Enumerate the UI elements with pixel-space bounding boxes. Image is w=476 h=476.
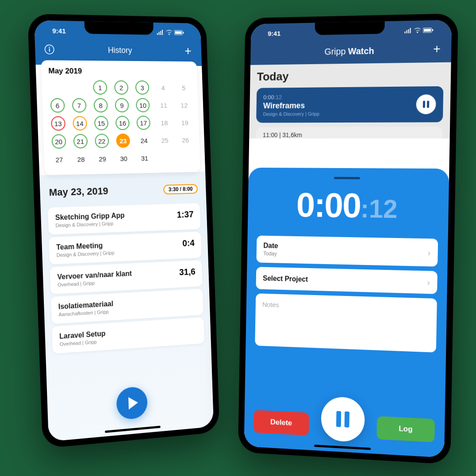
calendar: May 2019 1234567891011121314151617181920…	[41, 60, 200, 175]
selected-date: May 23, 2019	[49, 185, 108, 199]
phone-history: 9:41 History + May 2019 1234567891011121…	[27, 14, 219, 449]
add-button[interactable]: +	[430, 42, 444, 56]
calendar-day[interactable]: 13	[51, 116, 65, 131]
progress-pill: 3:30 / 8:00	[163, 184, 198, 195]
entry-sub: Design & Discovery | Gripp	[55, 220, 125, 228]
today-heading: Today	[257, 68, 444, 84]
status-indicators	[404, 27, 434, 33]
calendar-day	[179, 150, 193, 165]
calendar-day[interactable]: 6	[50, 98, 65, 113]
calendar-day[interactable]: 4	[156, 81, 170, 95]
header-title: History	[108, 46, 132, 55]
calendar-day[interactable]: 25	[158, 133, 172, 147]
entry-value: 0:4	[182, 238, 195, 249]
status-indicators	[157, 30, 184, 35]
calendar-day[interactable]: 18	[157, 115, 171, 130]
add-button[interactable]: +	[181, 44, 195, 58]
calendar-day[interactable]: 23	[116, 134, 130, 148]
calendar-day[interactable]: 11	[157, 98, 170, 112]
calendar-day[interactable]: 19	[178, 115, 192, 130]
timer-display: 0:00:12	[257, 184, 439, 227]
svg-point-4	[49, 47, 50, 48]
next-entry-peek[interactable]: 11:00 | 31,6km	[256, 127, 442, 138]
svg-rect-8	[432, 29, 433, 31]
calendar-day[interactable]: 16	[115, 116, 130, 130]
date-field[interactable]: Date Today ›	[256, 235, 438, 266]
calendar-day[interactable]: 17	[136, 116, 150, 130]
calendar-day[interactable]: 14	[73, 116, 87, 131]
svg-rect-1	[175, 31, 181, 34]
active-time: 0:00:12	[263, 93, 320, 100]
calendar-day[interactable]: 27	[52, 152, 66, 167]
active-title: Wireframes	[263, 101, 320, 111]
project-label: Select Project	[263, 274, 308, 283]
calendar-day[interactable]: 9	[115, 98, 129, 112]
date-label: Date	[263, 242, 278, 250]
entry-card[interactable]: Laravel SetupOverhead | Gripp	[52, 317, 204, 353]
calendar-day	[71, 80, 86, 94]
timer-sheet: 0:00:12 Date Today › Select Project › No…	[244, 168, 449, 458]
svg-rect-5	[49, 49, 50, 52]
calendar-day[interactable]: 20	[51, 134, 66, 149]
sheet-grabber[interactable]	[334, 177, 360, 179]
chevron-right-icon: ›	[427, 247, 430, 257]
pause-icon[interactable]	[416, 94, 436, 114]
active-timer-card[interactable]: 0:00:12 Wireframes Design & Discovery | …	[256, 86, 443, 123]
calendar-day[interactable]: 5	[177, 81, 191, 95]
notch	[315, 21, 384, 35]
calendar-day[interactable]: 29	[95, 151, 110, 166]
date-value: Today	[263, 250, 278, 257]
calendar-day[interactable]: 31	[138, 151, 152, 165]
calendar-day[interactable]: 28	[74, 152, 88, 166]
calendar-day[interactable]: 10	[136, 98, 150, 112]
app-title: Gripp Watch	[324, 43, 374, 58]
phone-watch: 9:41 Gripp Watch + Today 0:00:12 Wirefra…	[238, 13, 458, 464]
calendar-day[interactable]: 2	[114, 81, 128, 95]
calendar-day[interactable]: 12	[177, 98, 191, 112]
notch	[84, 21, 154, 35]
status-time: 9:41	[52, 27, 66, 35]
project-field[interactable]: Select Project ›	[256, 267, 437, 294]
calendar-day[interactable]: 21	[73, 134, 88, 149]
info-icon[interactable]	[42, 42, 57, 57]
entry-card[interactable]: Vervoer van/naar klantOverhead | Gripp31…	[50, 260, 203, 294]
delete-button[interactable]: Delete	[253, 410, 309, 436]
status-time: 9:41	[268, 29, 280, 37]
log-button[interactable]: Log	[376, 416, 435, 442]
entry-value: 31,6	[179, 267, 196, 277]
calendar-day[interactable]: 26	[178, 133, 192, 147]
calendar-day	[50, 80, 64, 95]
calendar-day	[158, 150, 172, 165]
entry-sub: Design & Discovery | Gripp	[57, 250, 115, 258]
calendar-month: May 2019	[48, 67, 191, 77]
notes-field[interactable]: Notes	[255, 293, 437, 353]
svg-rect-2	[183, 32, 184, 34]
calendar-day[interactable]: 24	[137, 133, 151, 147]
entry-card[interactable]: Team MeetingDesign & Discovery | Gripp0:…	[49, 232, 201, 265]
svg-rect-7	[424, 29, 431, 31]
pause-button[interactable]	[321, 396, 365, 442]
active-sub: Design & Discovery | Gripp	[263, 111, 319, 116]
entry-card[interactable]: Sketching Gripp AppDesign & Discovery | …	[48, 203, 201, 234]
calendar-day[interactable]: 1	[93, 81, 107, 95]
calendar-day[interactable]: 30	[117, 151, 131, 166]
entry-value: 1:37	[177, 209, 193, 220]
calendar-day[interactable]: 22	[95, 134, 109, 148]
calendar-day[interactable]: 3	[135, 81, 150, 95]
chevron-right-icon: ›	[427, 277, 430, 288]
calendar-day[interactable]: 15	[94, 116, 109, 130]
calendar-day[interactable]: 8	[93, 98, 108, 112]
calendar-day[interactable]: 7	[72, 98, 86, 113]
